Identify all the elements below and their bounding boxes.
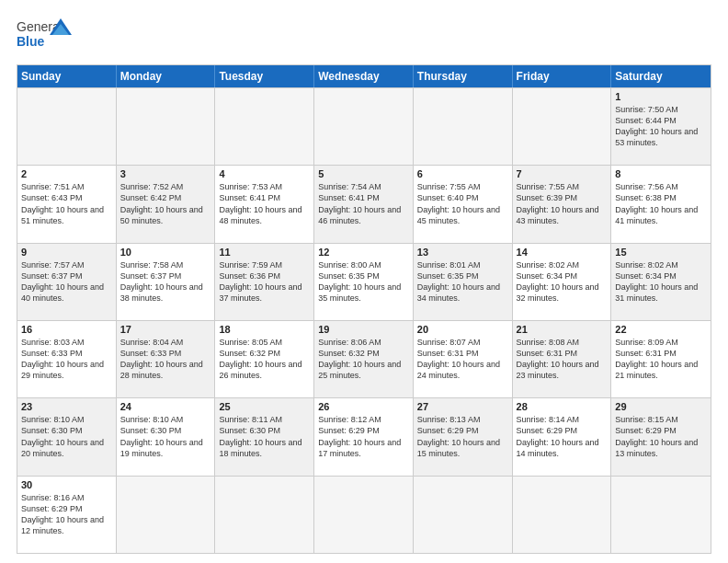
empty-cell [117, 88, 216, 165]
day-cell-7: 7Sunrise: 7:55 AM Sunset: 6:39 PM Daylig… [513, 166, 612, 242]
day-number: 27 [417, 401, 508, 412]
day-cell-17: 17Sunrise: 8:04 AM Sunset: 6:33 PM Dayli… [117, 321, 216, 397]
day-number: 13 [417, 247, 508, 258]
empty-cell [513, 477, 612, 553]
day-info: Sunrise: 7:50 AM Sunset: 6:44 PM Dayligh… [615, 104, 707, 149]
calendar-row-4: 23Sunrise: 8:10 AM Sunset: 6:30 PM Dayli… [17, 397, 711, 475]
day-number: 24 [120, 401, 211, 412]
day-info: Sunrise: 8:02 AM Sunset: 6:34 PM Dayligh… [615, 259, 707, 304]
day-cell-3: 3Sunrise: 7:52 AM Sunset: 6:42 PM Daylig… [117, 166, 216, 242]
day-info: Sunrise: 8:16 AM Sunset: 6:29 PM Dayligh… [21, 492, 112, 537]
empty-cell [414, 88, 513, 165]
empty-cell [117, 477, 216, 553]
day-info: Sunrise: 8:04 AM Sunset: 6:33 PM Dayligh… [120, 337, 211, 382]
day-info: Sunrise: 8:10 AM Sunset: 6:30 PM Dayligh… [120, 414, 211, 459]
day-number: 4 [219, 168, 310, 179]
day-info: Sunrise: 7:55 AM Sunset: 6:39 PM Dayligh… [517, 181, 608, 226]
day-cell-12: 12Sunrise: 8:00 AM Sunset: 6:35 PM Dayli… [314, 244, 414, 320]
empty-cell [314, 88, 414, 165]
day-number: 16 [21, 324, 112, 335]
day-number: 15 [615, 247, 707, 258]
day-info: Sunrise: 7:58 AM Sunset: 6:37 PM Dayligh… [120, 259, 211, 304]
calendar-row-2: 9Sunrise: 7:57 AM Sunset: 6:37 PM Daylig… [17, 243, 711, 320]
day-info: Sunrise: 8:01 AM Sunset: 6:35 PM Dayligh… [417, 259, 508, 304]
day-info: Sunrise: 8:15 AM Sunset: 6:29 PM Dayligh… [615, 414, 707, 459]
day-cell-25: 25Sunrise: 8:11 AM Sunset: 6:30 PM Dayli… [215, 398, 314, 475]
day-cell-13: 13Sunrise: 8:01 AM Sunset: 6:35 PM Dayli… [414, 244, 513, 320]
day-info: Sunrise: 7:53 AM Sunset: 6:41 PM Dayligh… [219, 181, 310, 226]
day-info: Sunrise: 8:08 AM Sunset: 6:31 PM Dayligh… [517, 337, 608, 382]
day-info: Sunrise: 7:59 AM Sunset: 6:36 PM Dayligh… [219, 259, 310, 304]
day-cell-26: 26Sunrise: 8:12 AM Sunset: 6:29 PM Dayli… [314, 398, 414, 475]
weekday-header-tuesday: Tuesday [215, 65, 314, 87]
day-number: 30 [21, 479, 112, 490]
calendar-header: SundayMondayTuesdayWednesdayThursdayFrid… [17, 65, 711, 87]
day-cell-16: 16Sunrise: 8:03 AM Sunset: 6:33 PM Dayli… [17, 321, 117, 397]
day-cell-24: 24Sunrise: 8:10 AM Sunset: 6:30 PM Dayli… [117, 398, 216, 475]
day-info: Sunrise: 8:07 AM Sunset: 6:31 PM Dayligh… [417, 337, 508, 382]
day-cell-21: 21Sunrise: 8:08 AM Sunset: 6:31 PM Dayli… [513, 321, 612, 397]
day-info: Sunrise: 8:00 AM Sunset: 6:35 PM Dayligh… [318, 259, 409, 304]
day-info: Sunrise: 7:57 AM Sunset: 6:37 PM Dayligh… [21, 259, 112, 304]
day-number: 26 [318, 401, 409, 412]
day-number: 7 [517, 168, 608, 179]
day-number: 14 [517, 247, 608, 258]
day-number: 19 [318, 324, 409, 335]
weekday-header-saturday: Saturday [611, 65, 711, 87]
empty-cell [215, 477, 314, 553]
day-number: 21 [517, 324, 608, 335]
calendar-row-5: 30Sunrise: 8:16 AM Sunset: 6:29 PM Dayli… [17, 476, 711, 553]
day-cell-11: 11Sunrise: 7:59 AM Sunset: 6:36 PM Dayli… [215, 244, 314, 320]
weekday-header-monday: Monday [117, 65, 216, 87]
calendar: SundayMondayTuesdayWednesdayThursdayFrid… [17, 64, 711, 554]
day-number: 12 [318, 247, 409, 258]
day-info: Sunrise: 7:55 AM Sunset: 6:40 PM Dayligh… [417, 181, 508, 226]
day-cell-9: 9Sunrise: 7:57 AM Sunset: 6:37 PM Daylig… [17, 244, 117, 320]
day-info: Sunrise: 8:12 AM Sunset: 6:29 PM Dayligh… [318, 414, 409, 459]
weekday-header-sunday: Sunday [17, 65, 117, 87]
calendar-body: 1Sunrise: 7:50 AM Sunset: 6:44 PM Daylig… [17, 87, 711, 553]
day-number: 22 [615, 324, 707, 335]
day-number: 10 [120, 247, 211, 258]
day-info: Sunrise: 7:51 AM Sunset: 6:43 PM Dayligh… [21, 181, 112, 226]
day-info: Sunrise: 7:52 AM Sunset: 6:42 PM Dayligh… [120, 181, 211, 226]
day-info: Sunrise: 8:06 AM Sunset: 6:32 PM Dayligh… [318, 337, 409, 382]
day-number: 28 [517, 401, 608, 412]
day-cell-4: 4Sunrise: 7:53 AM Sunset: 6:41 PM Daylig… [215, 166, 314, 242]
day-cell-5: 5Sunrise: 7:54 AM Sunset: 6:41 PM Daylig… [314, 166, 414, 242]
day-info: Sunrise: 8:11 AM Sunset: 6:30 PM Dayligh… [219, 414, 310, 459]
empty-cell [513, 88, 612, 165]
day-number: 8 [615, 168, 707, 179]
day-info: Sunrise: 8:09 AM Sunset: 6:31 PM Dayligh… [615, 337, 707, 382]
calendar-row-0: 1Sunrise: 7:50 AM Sunset: 6:44 PM Daylig… [17, 87, 711, 165]
day-info: Sunrise: 8:05 AM Sunset: 6:32 PM Dayligh… [219, 337, 310, 382]
logo-svg: GeneralBlue [17, 17, 72, 57]
day-number: 6 [417, 168, 508, 179]
day-info: Sunrise: 8:03 AM Sunset: 6:33 PM Dayligh… [21, 337, 112, 382]
weekday-header-friday: Friday [513, 65, 612, 87]
day-cell-19: 19Sunrise: 8:06 AM Sunset: 6:32 PM Dayli… [314, 321, 414, 397]
day-number: 1 [615, 91, 707, 102]
day-info: Sunrise: 7:54 AM Sunset: 6:41 PM Dayligh… [318, 181, 409, 226]
empty-cell [611, 477, 711, 553]
day-number: 9 [21, 247, 112, 258]
day-info: Sunrise: 8:13 AM Sunset: 6:29 PM Dayligh… [417, 414, 508, 459]
day-info: Sunrise: 8:10 AM Sunset: 6:30 PM Dayligh… [21, 414, 112, 459]
day-number: 2 [21, 168, 112, 179]
day-number: 20 [417, 324, 508, 335]
day-number: 17 [120, 324, 211, 335]
day-cell-23: 23Sunrise: 8:10 AM Sunset: 6:30 PM Dayli… [17, 398, 117, 475]
day-cell-14: 14Sunrise: 8:02 AM Sunset: 6:34 PM Dayli… [513, 244, 612, 320]
empty-cell [215, 88, 314, 165]
day-number: 18 [219, 324, 310, 335]
day-cell-27: 27Sunrise: 8:13 AM Sunset: 6:29 PM Dayli… [414, 398, 513, 475]
day-cell-15: 15Sunrise: 8:02 AM Sunset: 6:34 PM Dayli… [611, 244, 711, 320]
calendar-row-1: 2Sunrise: 7:51 AM Sunset: 6:43 PM Daylig… [17, 165, 711, 242]
day-info: Sunrise: 7:56 AM Sunset: 6:38 PM Dayligh… [615, 181, 707, 226]
page: GeneralBlue SundayMondayTuesdayWednesday… [0, 0, 728, 563]
day-number: 3 [120, 168, 211, 179]
day-number: 23 [21, 401, 112, 412]
day-number: 29 [615, 401, 707, 412]
day-cell-2: 2Sunrise: 7:51 AM Sunset: 6:43 PM Daylig… [17, 166, 117, 242]
weekday-header-wednesday: Wednesday [314, 65, 414, 87]
